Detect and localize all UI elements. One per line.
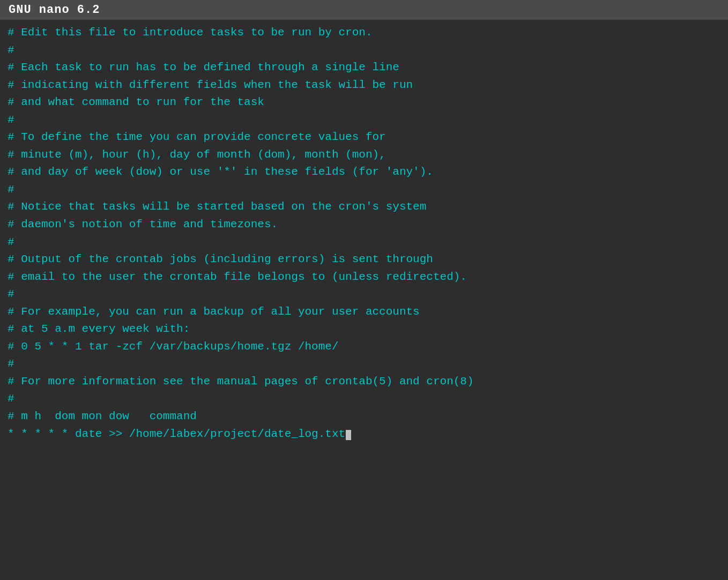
terminal: GNU nano 6.2 # Edit this file to introdu… bbox=[0, 0, 728, 580]
editor-line: # m h dom mon dow command bbox=[8, 408, 720, 426]
editor-line: * * * * * date >> /home/labex/project/da… bbox=[8, 426, 720, 443]
editor-line: # Notice that tasks will be started base… bbox=[8, 198, 720, 216]
editor-line: # Edit this file to introduce tasks to b… bbox=[8, 24, 720, 42]
editor-line: # bbox=[8, 355, 720, 373]
editor-line: # and day of week (dow) or use '*' in th… bbox=[8, 163, 720, 181]
text-cursor bbox=[346, 430, 351, 440]
editor-line: # 0 5 * * 1 tar -zcf /var/backups/home.t… bbox=[8, 338, 720, 356]
editor-line: # bbox=[8, 234, 720, 251]
editor-line: # Output of the crontab jobs (including … bbox=[8, 251, 720, 269]
editor-line: # bbox=[8, 286, 720, 303]
editor-line: # email to the user the crontab file bel… bbox=[8, 269, 720, 286]
title-text: GNU nano 6.2 bbox=[9, 3, 100, 17]
editor-line: # bbox=[8, 111, 720, 129]
editor-line: # For example, you can run a backup of a… bbox=[8, 303, 720, 321]
editor-line: # Each task to run has to be defined thr… bbox=[8, 59, 720, 77]
editor-line: # For more information see the manual pa… bbox=[8, 373, 720, 391]
editor-line: # and what command to run for the task bbox=[8, 94, 720, 111]
editor-content[interactable]: # Edit this file to introduce tasks to b… bbox=[0, 20, 728, 580]
editor-line: # To define the time you can provide con… bbox=[8, 129, 720, 146]
editor-line: # bbox=[8, 181, 720, 199]
editor-line: # daemon's notion of time and timezones. bbox=[8, 216, 720, 234]
title-bar: GNU nano 6.2 bbox=[0, 0, 728, 20]
editor-line: # bbox=[8, 42, 720, 60]
editor-line: # minute (m), hour (h), day of month (do… bbox=[8, 146, 720, 164]
editor-line: # bbox=[8, 390, 720, 408]
editor-line: # at 5 a.m every week with: bbox=[8, 321, 720, 338]
editor-line: # indicating with different fields when … bbox=[8, 77, 720, 94]
